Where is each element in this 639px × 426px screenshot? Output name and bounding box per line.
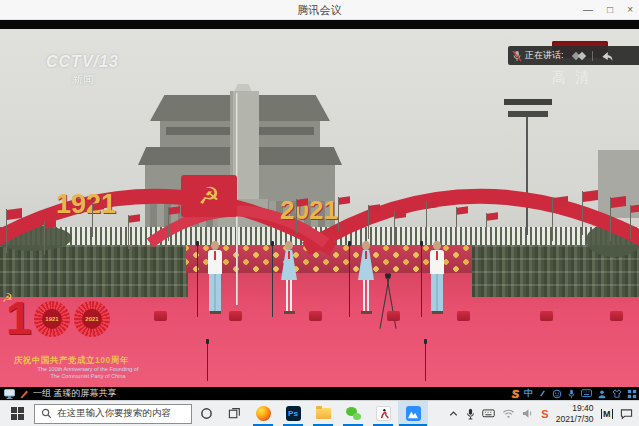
photoshop-icon: Ps — [286, 406, 301, 421]
red-flower-pot — [610, 311, 623, 321]
taskbar-app-media[interactable] — [368, 401, 398, 426]
annotation-pen-icon — [19, 389, 29, 399]
taskbar-search-input[interactable]: 在这里输入你要搜索的内容 — [34, 404, 192, 424]
volume-icon[interactable] — [522, 408, 534, 419]
system-tray: S 19:40 2021/7/30 M — [448, 403, 639, 423]
task-view-icon — [228, 407, 241, 420]
ime-account-icon[interactable] — [597, 389, 607, 399]
taskbar-app-firefox[interactable] — [248, 401, 278, 426]
taskbar-app-photoshop[interactable]: Ps — [278, 401, 308, 426]
banner-year-1921: 1921 — [56, 189, 116, 220]
screen-share-bar: 一组 孟臻的屏幕共享 S 中 — [0, 387, 639, 400]
red-flower-pot — [457, 311, 470, 321]
red-flag — [44, 221, 45, 255]
mic-stand — [272, 245, 273, 317]
performer-girl-1 — [280, 241, 298, 319]
red-flag — [582, 191, 583, 235]
hammer-sickle-emblem: ☭ — [198, 184, 220, 208]
speaking-label: 正在讲话: — [525, 49, 564, 62]
cctv13-logo: CCTV/13 新闻 — [46, 53, 119, 87]
taskbar-clock[interactable]: 19:40 2021/7/30 — [556, 403, 594, 423]
hidden-icons-chevron[interactable] — [448, 409, 459, 418]
ime-skin-icon[interactable] — [612, 389, 622, 398]
close-button[interactable]: × — [627, 0, 633, 20]
ime-chinese-mode[interactable]: 中 — [524, 387, 533, 400]
file-explorer-icon — [316, 408, 331, 419]
firefox-icon — [256, 406, 271, 421]
task-view-button[interactable] — [220, 401, 248, 426]
return-arrow-icon[interactable] — [600, 49, 614, 63]
media-app-icon — [376, 406, 391, 421]
ime-punctuation-icon[interactable] — [538, 389, 547, 398]
start-button[interactable] — [0, 401, 34, 426]
action-center-icon[interactable] — [620, 408, 633, 420]
performer-girl-2 — [357, 241, 375, 319]
sogou-ime-bar: S 中 — [512, 387, 637, 400]
mic-stand — [207, 343, 208, 381]
anniversary-100-logo: 1 ☭ 1921 2021 — [2, 293, 140, 355]
windows-taskbar: 在这里输入你要搜索的内容 Ps — [0, 400, 639, 426]
red-flower-pot — [387, 311, 400, 321]
red-flower-pot — [309, 311, 322, 321]
taskbar-app-file-explorer[interactable] — [308, 401, 338, 426]
window-titlebar: 腾讯会议 — □ × — [0, 0, 639, 20]
window-controls: — □ × — [583, 0, 633, 20]
red-flag — [630, 205, 631, 239]
maximize-button[interactable]: □ — [607, 0, 613, 20]
minimize-button[interactable]: — — [583, 0, 593, 20]
desktop: 腾讯会议 — □ × — [0, 0, 639, 426]
wifi-icon[interactable] — [502, 408, 515, 419]
search-placeholder: 在这里输入你要搜索的内容 — [57, 407, 171, 420]
red-flag — [552, 197, 553, 241]
muted-mic-icon — [512, 50, 522, 62]
red-flower-pot — [154, 311, 167, 321]
red-flag — [456, 207, 457, 241]
red-flag — [610, 197, 611, 241]
red-flag — [168, 207, 169, 241]
mic-stand — [197, 245, 198, 317]
red-flag — [296, 199, 297, 233]
red-flag — [92, 203, 93, 237]
sogou-logo-icon[interactable]: S — [512, 388, 519, 400]
logo-circle-2021: 2021 — [74, 301, 110, 337]
mic-stand — [349, 245, 350, 317]
ime-emoji-icon[interactable] — [552, 389, 562, 399]
logo-hammer-sickle-icon: ☭ — [2, 291, 13, 305]
red-flower-pot — [540, 311, 553, 321]
mic-stand — [425, 343, 426, 381]
toolbar-divider — [592, 51, 593, 61]
wechat-icon — [346, 407, 361, 420]
ime-toolbox-icon[interactable] — [627, 389, 637, 399]
mic-stand — [421, 245, 422, 317]
ime-voice-icon[interactable] — [567, 389, 576, 399]
logo-circle-1921: 1921 — [34, 301, 70, 337]
sogou-tray-icon[interactable]: S — [541, 408, 548, 420]
taskbar-app-tencent-meeting[interactable] — [398, 401, 428, 426]
cortana-button[interactable] — [192, 401, 220, 426]
windows-logo-icon — [11, 407, 24, 420]
meeting-window: 1921 2021 ☭ — [0, 20, 639, 400]
speaking-toolbar: 正在讲话: — [508, 46, 639, 65]
ime-keyboard-icon[interactable] — [581, 389, 592, 398]
tray-mic-icon[interactable] — [466, 408, 475, 420]
red-flag — [426, 201, 427, 235]
performer-boy-1 — [206, 241, 224, 319]
taskbar-app-wechat[interactable] — [338, 401, 368, 426]
party-emblem-panel: ☭ — [181, 175, 237, 217]
red-flag — [128, 215, 129, 249]
red-flag — [368, 205, 369, 239]
window-title: 腾讯会议 — [0, 3, 639, 18]
input-language-indicator[interactable]: M — [601, 409, 614, 419]
red-flower-pot — [229, 311, 242, 321]
tencent-meeting-icon — [406, 406, 421, 421]
red-flag — [6, 209, 7, 253]
red-flag — [394, 211, 395, 245]
meeting-logo-icon[interactable] — [577, 51, 585, 59]
hd-watermark: 高清 — [552, 69, 598, 87]
cortana-icon — [200, 407, 213, 420]
shared-screen-video: 1921 2021 ☭ — [0, 29, 639, 387]
monitor-icon — [4, 389, 15, 399]
red-flag — [486, 213, 487, 247]
red-flag — [338, 197, 339, 231]
tray-keyboard-icon[interactable] — [482, 409, 495, 418]
